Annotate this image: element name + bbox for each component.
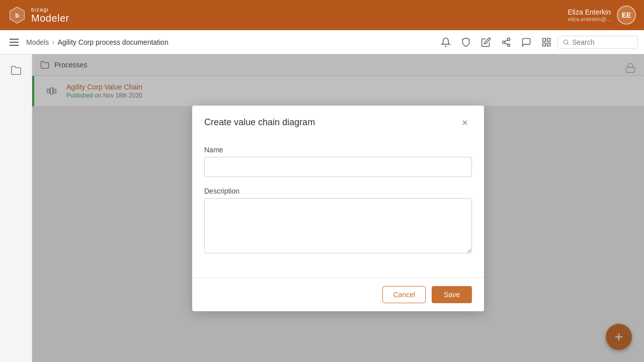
brand-name-large: Modeler xyxy=(31,13,69,24)
create-dialog: Create value chain diagram Name De xyxy=(192,106,484,311)
svg-point-5 xyxy=(508,38,510,40)
breadcrumb: Models › Agility Corp process documentat… xyxy=(26,38,169,47)
sidebar xyxy=(0,54,32,362)
main-content: Processes Agility Corp Value Chain Publi… xyxy=(0,54,644,362)
user-info: Eliza Enterkin eliza.enterkin@... xyxy=(568,8,611,22)
edit-button[interactable] xyxy=(477,33,495,51)
modal-footer: Cancel Save xyxy=(192,278,484,311)
svg-point-14 xyxy=(564,40,568,44)
brand-area: b bizagi Modeler xyxy=(8,6,69,24)
name-input[interactable] xyxy=(204,157,472,177)
save-button[interactable]: Save xyxy=(432,286,472,303)
svg-line-8 xyxy=(505,43,508,44)
bell-icon xyxy=(441,37,451,47)
description-field-group: Description xyxy=(204,187,472,255)
brand-text: bizagi Modeler xyxy=(31,7,69,24)
name-label: Name xyxy=(204,146,472,154)
avatar[interactable]: EE xyxy=(617,6,636,25)
modal-close-button[interactable] xyxy=(458,116,472,130)
navbar: Models › Agility Corp process documentat… xyxy=(0,30,644,54)
svg-rect-3 xyxy=(10,42,19,43)
sidebar-item-folder[interactable] xyxy=(4,58,28,82)
svg-rect-2 xyxy=(10,39,19,40)
modal-title: Create value chain diagram xyxy=(204,117,315,128)
svg-rect-12 xyxy=(543,43,546,46)
svg-point-6 xyxy=(503,41,505,43)
pencil-icon xyxy=(481,37,491,47)
breadcrumb-current: Agility Corp process documentation xyxy=(57,38,168,46)
svg-rect-11 xyxy=(547,38,550,41)
apps-button[interactable] xyxy=(537,33,555,51)
breadcrumb-separator: › xyxy=(52,38,54,47)
message-icon xyxy=(521,37,531,47)
svg-line-9 xyxy=(505,40,508,41)
menu-icon xyxy=(10,39,19,46)
modal-header: Create value chain diagram xyxy=(192,106,484,138)
nav-actions xyxy=(437,33,638,51)
svg-rect-4 xyxy=(10,45,19,46)
header-user-area: Eliza Enterkin eliza.enterkin@... EE xyxy=(568,6,636,25)
notifications-button[interactable] xyxy=(437,33,455,51)
grid-icon xyxy=(541,37,551,47)
search-icon xyxy=(563,39,569,46)
close-icon xyxy=(461,119,469,127)
svg-point-7 xyxy=(508,44,510,46)
sidebar-toggle-button[interactable] xyxy=(6,34,22,50)
search-input[interactable] xyxy=(572,38,632,46)
folder-icon xyxy=(11,65,22,76)
shield-button[interactable] xyxy=(457,33,475,51)
share-button[interactable] xyxy=(497,33,515,51)
modal-overlay: Create value chain diagram Name De xyxy=(32,54,644,362)
shield-icon xyxy=(461,37,471,47)
user-name: Eliza Enterkin xyxy=(568,8,611,16)
modal-body: Name Description xyxy=(192,138,484,278)
svg-rect-13 xyxy=(547,43,550,46)
app-header: b bizagi Modeler Eliza Enterkin eliza.en… xyxy=(0,0,644,30)
description-label: Description xyxy=(204,187,472,195)
description-textarea[interactable] xyxy=(204,198,472,253)
comments-button[interactable] xyxy=(517,33,535,51)
svg-text:b: b xyxy=(15,12,19,19)
cancel-button[interactable]: Cancel xyxy=(382,286,426,303)
logo-icon: b xyxy=(8,6,26,24)
search-box[interactable] xyxy=(557,36,638,49)
user-email: eliza.enterkin@... xyxy=(568,16,611,22)
svg-line-15 xyxy=(567,43,568,44)
breadcrumb-models[interactable]: Models xyxy=(26,38,49,46)
svg-rect-10 xyxy=(543,38,546,41)
name-field-group: Name xyxy=(204,146,472,177)
share-icon xyxy=(501,37,511,47)
content-area: Processes Agility Corp Value Chain Publi… xyxy=(32,54,644,362)
brand-name-small: bizagi xyxy=(31,7,69,13)
